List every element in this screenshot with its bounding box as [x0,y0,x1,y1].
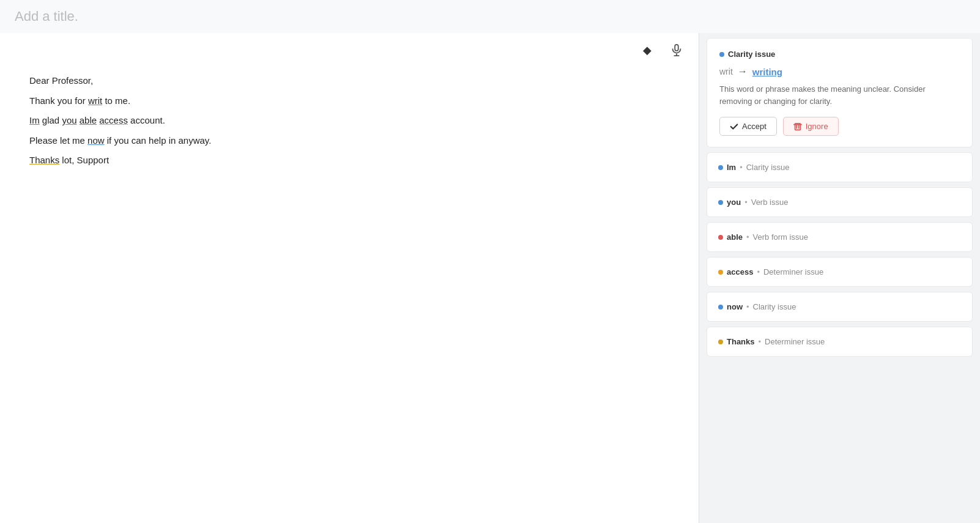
issue-word-im: Im [727,163,736,172]
issue-dot-access [718,270,723,275]
suggestion-arrow: → [738,66,748,77]
issue-separator-now: • [746,302,749,311]
line-5: Thanks lot, Support [29,152,669,169]
issue-type-access: Determiner issue [763,267,823,276]
issue-type-thanks: Determiner issue [765,337,825,346]
line-2: Thank you for writ to me. [29,92,669,110]
svg-rect-0 [675,45,678,51]
accept-button[interactable]: Accept [719,117,777,136]
accept-icon [730,122,738,131]
issue-header-im: Im • Clarity issue [718,163,961,172]
issue-header-able: able • Verb form issue [718,232,961,242]
main-content: ◆ Dear Professor, Thank you for writ to … [0,33,980,523]
line-1: Dear Professor, [29,72,669,90]
suggestion-replacement: writing [752,67,782,77]
issue-card-able[interactable]: able • Verb form issue [707,222,973,252]
access-word[interactable]: access [99,115,128,125]
ignore-label: Ignore [806,122,828,131]
line-4: Please let me now if you can help in any… [29,132,669,150]
mic-icon[interactable] [667,40,686,60]
issue-separator-access: • [757,267,760,276]
issue-card-thanks[interactable]: Thanks • Determiner issue [707,327,973,357]
issue-dot-im [718,165,723,170]
issue-card-im[interactable]: Im • Clarity issue [707,152,973,182]
able-word[interactable]: able [80,115,97,125]
issue-type-able: Verb form issue [753,232,808,242]
active-issue-header: Clarity issue [719,50,960,59]
issue-separator-thanks: • [759,337,762,346]
issue-dot-able [718,235,723,240]
issue-header-access: access • Determiner issue [718,267,961,276]
issue-word-now: now [727,302,743,311]
accept-label: Accept [742,122,767,131]
page-container: Add a title. ◆ Dear Professor, [0,0,980,523]
sidebar: Clarity issue writ → writing This word o… [699,33,980,523]
suggestion-original: writ [719,67,733,76]
ignore-button[interactable]: Ignore [783,117,839,136]
action-buttons: Accept Ignore [719,117,960,136]
issue-word-access: access [727,267,753,276]
active-issue-label: Clarity issue [728,50,775,59]
title-placeholder[interactable]: Add a title. [15,9,78,24]
active-issue-dot [719,52,724,57]
editor-area[interactable]: ◆ Dear Professor, Thank you for writ to … [0,33,699,523]
issue-card-now[interactable]: now • Clarity issue [707,292,973,322]
issue-card-you[interactable]: you • Verb issue [707,187,973,217]
suggestion-row: writ → writing [719,66,960,77]
issue-dot-now [718,305,723,310]
thanks-word[interactable]: Thanks [29,155,59,165]
title-bar: Add a title. [0,0,980,33]
issue-header-you: you • Verb issue [718,198,961,207]
issue-separator-im: • [740,163,743,172]
line-3: Im glad you able access account. [29,112,669,130]
editor-toolbar: ◆ [0,33,699,67]
issue-type-im: Clarity issue [746,163,790,172]
now-word[interactable]: now [87,135,105,146]
issue-header-thanks: Thanks • Determiner issue [718,337,961,346]
issue-type-you: Verb issue [751,198,789,207]
issue-word-able: able [727,232,743,242]
issue-description: This word or phrase makes the meaning un… [719,83,960,107]
active-issue-card: Clarity issue writ → writing This word o… [707,38,973,147]
issue-separator-able: • [746,232,749,242]
issue-type-now: Clarity issue [753,302,796,311]
issue-word-you: you [727,198,741,207]
issue-word-thanks: Thanks [727,337,755,346]
issue-list: Im • Clarity issue you • Verb issue able… [699,152,980,357]
writ-word[interactable]: writ [88,95,102,106]
ignore-icon [793,122,802,131]
issue-dot-thanks [718,339,723,344]
issue-card-access[interactable]: access • Determiner issue [707,257,973,287]
issue-header-now: now • Clarity issue [718,302,961,311]
you-word[interactable]: you [62,115,76,125]
text-content[interactable]: Dear Professor, Thank you for writ to me… [0,67,699,191]
eraser-icon[interactable]: ◆ [637,40,657,60]
im-word[interactable]: Im [29,115,40,125]
issue-dot-you [718,200,723,205]
issue-separator-you: • [744,198,748,207]
